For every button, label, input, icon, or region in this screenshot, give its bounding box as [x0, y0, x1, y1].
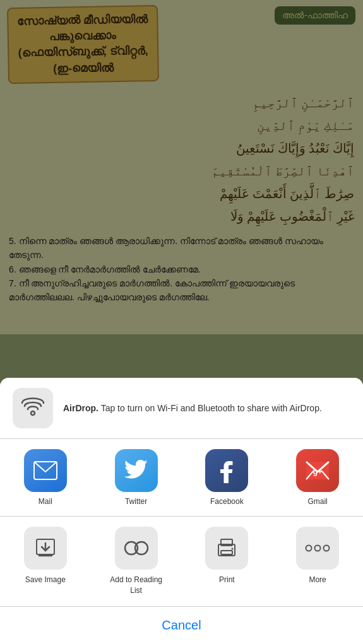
svg-point-16 — [324, 546, 330, 551]
reading-list-icon — [115, 527, 158, 570]
apps-row: Mail Twitter Facebook — [0, 439, 363, 517]
airdrop-description: AirDrop. Tap to turn on Wi-Fi and Blueto… — [63, 402, 322, 415]
airdrop-section[interactable]: AirDrop. Tap to turn on Wi-Fi and Blueto… — [0, 378, 363, 439]
save-image-label: Save Image — [25, 575, 66, 585]
actions-row: Save Image Add to Reading List — [0, 517, 363, 607]
print-icon — [205, 527, 248, 570]
mail-label: Mail — [39, 497, 52, 506]
reading-list-label: Add to Reading List — [105, 575, 168, 596]
cancel-button[interactable]: Cancel — [0, 607, 363, 644]
app-gmail[interactable]: g+ Gmail — [289, 449, 346, 506]
mail-icon — [24, 449, 67, 492]
action-reading-list[interactable]: Add to Reading List — [105, 527, 168, 596]
app-mail[interactable]: Mail — [17, 449, 74, 506]
airdrop-icon — [13, 388, 53, 428]
twitter-icon — [115, 449, 158, 492]
more-label: More — [309, 575, 326, 585]
airdrop-wifi-icon — [20, 395, 45, 421]
action-save-image[interactable]: Save Image — [14, 527, 77, 596]
share-sheet: AirDrop. Tap to turn on Wi-Fi and Blueto… — [0, 378, 363, 644]
svg-point-15 — [315, 546, 321, 551]
save-image-icon — [24, 527, 67, 570]
svg-point-0 — [31, 411, 35, 415]
gmail-icon: g+ — [296, 449, 339, 492]
svg-rect-12 — [221, 551, 232, 554]
app-facebook[interactable]: Facebook — [198, 449, 255, 506]
gmail-label: Gmail — [307, 497, 327, 506]
more-icon — [296, 527, 339, 570]
app-twitter[interactable]: Twitter — [108, 449, 165, 506]
action-print[interactable]: Print — [195, 527, 258, 596]
facebook-label: Facebook — [210, 497, 244, 506]
print-label: Print — [219, 575, 235, 585]
svg-point-14 — [306, 546, 312, 551]
svg-point-13 — [232, 548, 234, 550]
action-more[interactable]: More — [286, 527, 349, 596]
twitter-label: Twitter — [125, 497, 147, 506]
facebook-icon — [205, 449, 248, 492]
